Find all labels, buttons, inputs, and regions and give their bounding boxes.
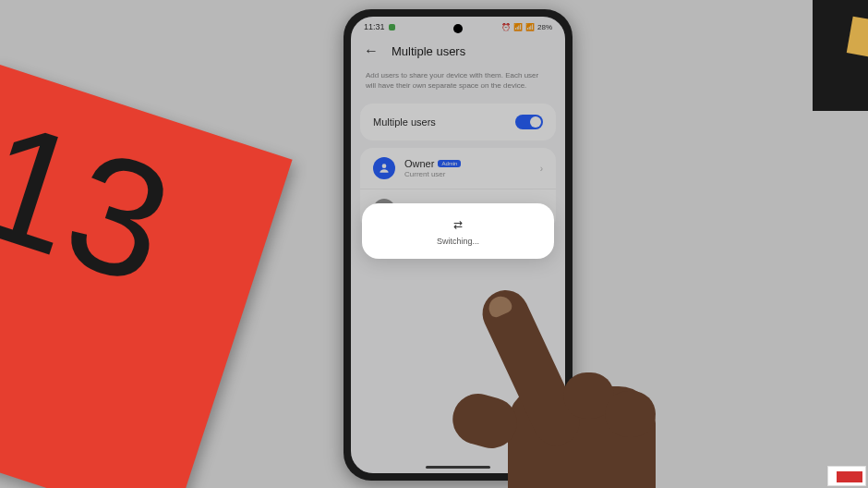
back-arrow-icon[interactable]: ← [364, 43, 379, 59]
watermark [827, 466, 866, 486]
multiple-users-label: Multiple users [373, 116, 436, 128]
swap-icon: ⇄ [453, 218, 463, 231]
product-box: 13 [0, 63, 293, 488]
multiple-users-toggle[interactable] [515, 115, 543, 129]
settings-card: Multiple users [360, 104, 556, 140]
status-time: 11:31 [364, 22, 385, 31]
hand [443, 266, 702, 488]
alarm-icon: ⏰ [501, 23, 511, 31]
page-title: Multiple users [392, 44, 465, 58]
multiple-users-row[interactable]: Multiple users [360, 104, 556, 140]
owner-name-line: Owner Admin [404, 158, 531, 169]
svg-point-0 [382, 165, 387, 169]
owner-name: Owner [404, 158, 434, 169]
page-header: ← Multiple users [351, 33, 565, 67]
admin-badge: Admin [438, 160, 461, 167]
knuckle [605, 391, 656, 437]
background-object [813, 0, 868, 111]
status-indicator [389, 24, 395, 30]
signal-icon: 📶 [525, 23, 535, 31]
status-left: 11:31 [364, 22, 395, 31]
background-object-inner [847, 17, 868, 58]
wifi-icon: 📶 [513, 23, 523, 31]
camera-punch-hole [453, 24, 463, 33]
page-description: Add users to share your device with them… [351, 67, 565, 104]
status-right: ⏰ 📶 📶 28% [501, 23, 552, 31]
owner-subtitle: Current user [404, 170, 531, 178]
owner-info: Owner Admin Current user [404, 158, 531, 178]
box-number: 13 [0, 106, 185, 298]
owner-avatar-icon [373, 157, 395, 179]
chevron-right-icon: › [540, 164, 543, 174]
switching-modal: ⇄ Switching... [362, 203, 554, 259]
switching-text: Switching... [437, 237, 479, 246]
battery-text: 28% [537, 23, 552, 31]
user-row-owner[interactable]: Owner Admin Current user › [360, 148, 556, 189]
